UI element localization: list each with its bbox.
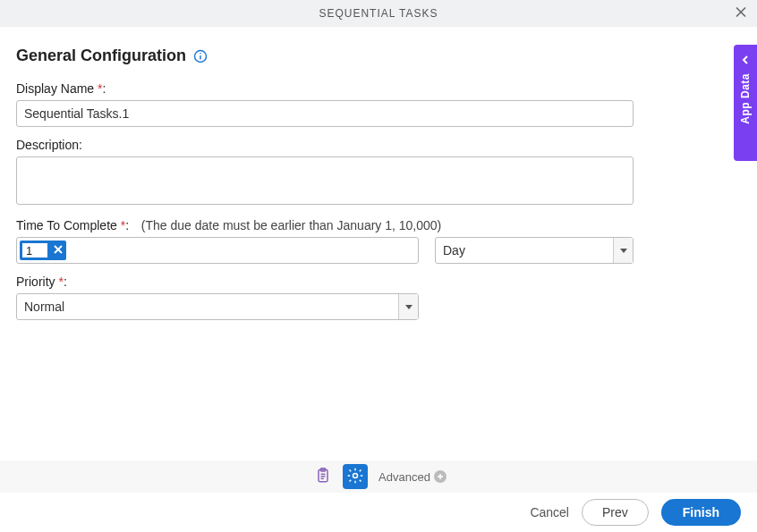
time-value-chip: 1 <box>20 241 66 260</box>
close-icon <box>53 243 64 258</box>
time-to-complete-label-text: Time To Complete <box>16 218 117 232</box>
close-button[interactable] <box>734 5 748 22</box>
section-header: General Configuration <box>16 46 741 65</box>
description-input[interactable] <box>16 156 634 205</box>
description-field: Description: <box>16 138 741 207</box>
bottom-toolbar: Advanced <box>0 460 757 493</box>
dialog-footer: Cancel Prev Finish <box>0 493 757 532</box>
info-icon[interactable] <box>193 49 208 63</box>
dialog-header: SEQUENTIAL TASKS <box>0 0 757 27</box>
display-name-label: Display Name *: <box>16 81 741 96</box>
time-value-text: 1 <box>21 242 48 258</box>
cancel-button[interactable]: Cancel <box>530 505 569 519</box>
display-name-input[interactable] <box>16 100 634 127</box>
prev-button[interactable]: Prev <box>582 499 649 526</box>
form-view-button[interactable] <box>310 464 336 489</box>
description-label: Description: <box>16 138 741 152</box>
time-to-complete-hint: (The due date must be earlier than Janua… <box>141 218 441 232</box>
priority-value: Normal <box>17 300 398 314</box>
app-data-side-tab[interactable]: App Data <box>734 45 757 161</box>
plus-circle-icon <box>434 470 447 483</box>
time-to-complete-input[interactable]: 1 <box>16 237 419 264</box>
svg-point-4 <box>200 53 201 55</box>
advanced-button[interactable]: Advanced <box>378 470 447 484</box>
advanced-label-text: Advanced <box>378 470 430 484</box>
svg-marker-7 <box>620 249 627 253</box>
settings-view-button[interactable] <box>343 464 368 489</box>
priority-label-text: Priority <box>16 274 55 289</box>
chevron-down-icon <box>398 294 418 319</box>
chevron-left-icon <box>740 54 751 68</box>
display-name-label-text: Display Name <box>16 81 94 96</box>
finish-button[interactable]: Finish <box>661 499 741 526</box>
dialog-title: SEQUENTIAL TASKS <box>319 7 438 20</box>
time-to-complete-row: 1 Day <box>16 237 741 264</box>
clipboard-icon <box>314 467 332 487</box>
time-unit-select[interactable]: Day <box>435 237 634 264</box>
close-icon <box>734 5 748 22</box>
gear-icon <box>346 467 364 487</box>
required-marker: * <box>58 274 63 289</box>
dialog-content: General Configuration Display Name *: De… <box>0 27 757 320</box>
required-marker: * <box>121 218 125 232</box>
time-to-complete-field: Time To Complete *: (The due date must b… <box>16 218 741 264</box>
required-marker: * <box>98 81 102 96</box>
priority-label: Priority *: <box>16 274 741 289</box>
time-unit-value: Day <box>436 243 613 258</box>
section-title: General Configuration <box>16 46 186 65</box>
svg-marker-8 <box>405 305 413 309</box>
priority-field: Priority *: Normal <box>16 274 741 320</box>
svg-point-14 <box>353 473 358 477</box>
time-to-complete-label-row: Time To Complete *: (The due date must b… <box>16 218 741 232</box>
chevron-down-icon <box>613 238 633 263</box>
clear-time-button[interactable] <box>50 241 66 260</box>
side-tab-label: App Data <box>739 73 752 124</box>
display-name-field: Display Name *: <box>16 81 741 127</box>
priority-select[interactable]: Normal <box>16 293 419 320</box>
